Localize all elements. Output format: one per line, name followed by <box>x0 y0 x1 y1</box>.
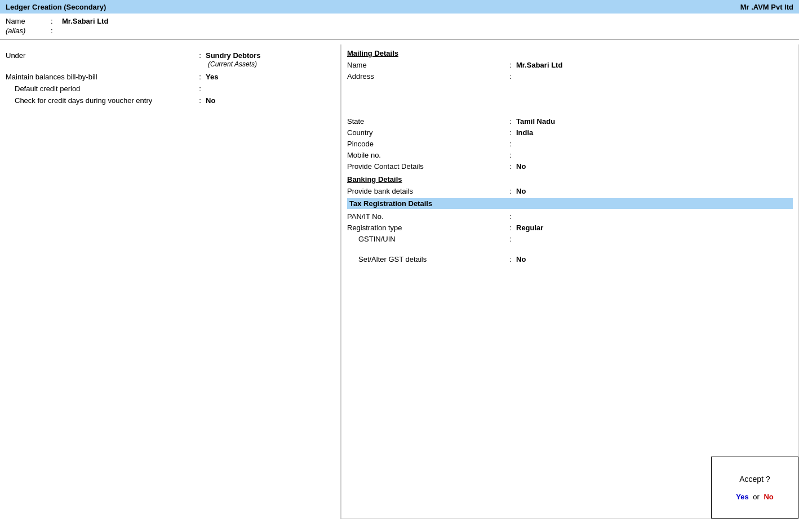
country-row: Country : India <box>347 128 793 137</box>
ledger-name-value: Mr.Sabari Ltd <box>62 17 108 25</box>
main-content: Under : Sundry Debtors (Current Assets) … <box>0 44 799 519</box>
reg-type-row: Registration type : Regular <box>347 223 793 232</box>
contact-value: No <box>516 162 526 171</box>
mobile-row: Mobile no. : <box>347 151 793 159</box>
gstin-spacer <box>347 246 793 255</box>
pincode-label: Pincode <box>347 140 505 148</box>
check-credit-colon: : <box>194 96 206 105</box>
name-row: Name : Mr.Sabari Ltd <box>6 17 793 25</box>
mailing-name-colon: : <box>505 61 516 69</box>
under-row: Under : Sundry Debtors (Current Assets) <box>6 51 335 68</box>
gstin-row: GSTIN/UIN : <box>347 235 793 243</box>
name-section: Name : Mr.Sabari Ltd (alias) : <box>0 14 799 35</box>
bank-details-label: Provide bank details <box>347 187 505 195</box>
alias-colon: : <box>51 26 62 35</box>
mobile-colon: : <box>505 151 516 159</box>
gstin-colon: : <box>505 235 516 243</box>
under-label: Under <box>6 51 194 60</box>
accept-no-button[interactable]: No <box>764 493 773 501</box>
accept-yes-button[interactable]: Yes <box>736 493 748 501</box>
state-row: State : Tamil Nadu <box>347 117 793 126</box>
state-colon: : <box>505 117 516 126</box>
accept-question: Accept ? <box>739 475 770 484</box>
main-divider <box>0 39 799 40</box>
maintain-colon: : <box>194 73 206 81</box>
check-credit-value: No <box>206 96 215 105</box>
pan-label: PAN/IT No. <box>347 212 505 221</box>
alias-label: (alias) <box>6 26 51 35</box>
left-panel: Under : Sundry Debtors (Current Assets) … <box>0 44 341 519</box>
maintain-row: Maintain balances bill-by-bill : Yes <box>6 73 335 81</box>
right-panel: Mailing Details Name : Mr.Sabari Ltd Add… <box>341 44 799 519</box>
default-credit-row: Default credit period : <box>6 84 335 93</box>
mailing-name-row: Name : Mr.Sabari Ltd <box>347 61 793 69</box>
gstin-label: GSTIN/UIN <box>347 235 505 243</box>
default-credit-colon: : <box>194 84 206 93</box>
gst-details-label: Set/Alter GST details <box>347 255 505 263</box>
contact-colon: : <box>505 162 516 171</box>
country-label: Country <box>347 128 505 137</box>
bank-details-row: Provide bank details : No <box>347 187 793 195</box>
gst-details-value: No <box>516 255 526 263</box>
mailing-section-title: Mailing Details <box>347 49 793 57</box>
accept-dialog: Accept ? Yes or No <box>711 457 798 518</box>
under-sub: (Current Assets) <box>206 60 257 68</box>
reg-type-colon: : <box>505 223 516 232</box>
check-credit-row: Check for credit days during voucher ent… <box>6 96 335 105</box>
header-bar: Ledger Creation (Secondary) Mr .AVM Pvt … <box>0 0 799 14</box>
pan-colon: : <box>505 212 516 221</box>
pincode-colon: : <box>505 140 516 148</box>
mobile-label: Mobile no. <box>347 151 505 159</box>
header-company: Mr .AVM Pvt ltd <box>740 3 793 11</box>
name-colon: : <box>51 17 62 25</box>
gst-details-row: Set/Alter GST details : No <box>347 255 793 263</box>
contact-label: Provide Contact Details <box>347 162 505 171</box>
under-colon: : <box>194 51 206 60</box>
banking-section-title: Banking Details <box>347 175 793 184</box>
country-colon: : <box>505 128 516 137</box>
under-value: Sundry Debtors <box>206 51 261 60</box>
gst-details-colon: : <box>505 255 516 263</box>
contact-row: Provide Contact Details : No <box>347 162 793 171</box>
bank-details-colon: : <box>505 187 516 195</box>
accept-or-text: or <box>753 493 760 501</box>
country-value: India <box>516 128 533 137</box>
reg-type-label: Registration type <box>347 223 505 232</box>
address-block <box>347 83 793 117</box>
mailing-address-label: Address <box>347 72 505 81</box>
maintain-value: Yes <box>206 73 218 81</box>
mailing-address-row: Address : <box>347 72 793 81</box>
state-value: Tamil Nadu <box>516 117 555 126</box>
pincode-row: Pincode : <box>347 140 793 148</box>
header-title: Ledger Creation (Secondary) <box>6 3 106 11</box>
check-credit-label: Check for credit days during voucher ent… <box>6 96 194 105</box>
reg-type-value: Regular <box>516 223 543 232</box>
alias-row: (alias) : <box>6 26 793 35</box>
pan-row: PAN/IT No. : <box>347 212 793 221</box>
maintain-label: Maintain balances bill-by-bill <box>6 73 194 81</box>
mailing-name-value: Mr.Sabari Ltd <box>516 61 562 69</box>
name-label: Name <box>6 17 51 25</box>
default-credit-label: Default credit period <box>6 84 194 93</box>
state-label: State <box>347 117 505 126</box>
accept-options: Yes or No <box>736 493 774 501</box>
mailing-address-colon: : <box>505 72 516 81</box>
bank-details-value: No <box>516 187 526 195</box>
tax-section-title: Tax Registration Details <box>347 198 793 209</box>
mailing-name-label: Name <box>347 61 505 69</box>
